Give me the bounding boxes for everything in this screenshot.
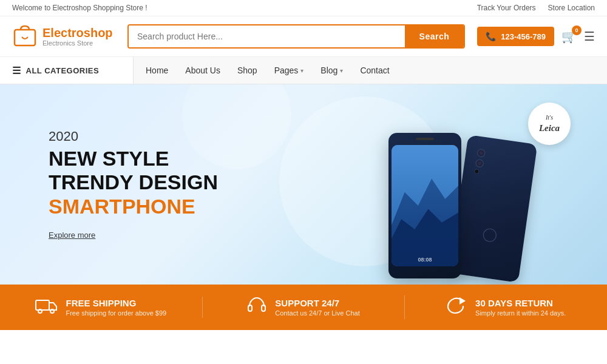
camera-module — [474, 148, 486, 175]
search-bar: Search — [127, 24, 465, 49]
free-shipping-text: FREE SHIPPING Free shipping for order ab… — [66, 298, 166, 317]
cart-badge: 0 — [572, 25, 582, 35]
phone-front: 08:08 — [388, 133, 461, 278]
truck-icon — [35, 297, 57, 318]
leica-its: It's — [546, 113, 553, 122]
hero-phones: 08:08 — [364, 90, 534, 285]
menu-button[interactable]: ☰ — [584, 29, 595, 44]
nav-blog[interactable]: Blog ▾ — [320, 57, 343, 84]
top-bar-right: Track Your Orders Store Location — [477, 4, 595, 12]
svg-rect-0 — [15, 30, 35, 46]
feature-support: SUPPORT 24/7 Contact us 24/7 or Live Cha… — [203, 295, 405, 319]
pages-dropdown-arrow: ▾ — [300, 67, 304, 74]
logo-text: Electroshop Electronics Store — [42, 26, 113, 47]
phone-icon: 📞 — [486, 32, 496, 41]
phone-number: 123-456-789 — [501, 32, 546, 41]
hamburger-icon: ☰ — [12, 65, 21, 76]
phone-mountains-svg — [392, 145, 458, 266]
camera-lens-2 — [475, 158, 484, 168]
header: Electroshop Electronics Store Search 📞 1… — [0, 16, 607, 57]
nav-bar: ☰ ALL CATEGORIES Home About Us Shop Page… — [0, 57, 607, 84]
nav-home[interactable]: Home — [146, 57, 168, 84]
phone-time: 08:08 — [418, 257, 432, 263]
header-right: 📞 123-456-789 🛒 0 ☰ — [477, 27, 595, 46]
cart-button[interactable]: 🛒 0 — [561, 29, 577, 44]
svg-rect-4 — [36, 300, 49, 310]
logo-icon — [12, 24, 38, 49]
return-title: 30 DAYS RETURN — [475, 298, 566, 308]
track-orders-link[interactable]: Track Your Orders — [477, 4, 536, 12]
nav-pages[interactable]: Pages ▾ — [274, 57, 304, 84]
support-title: SUPPORT 24/7 — [275, 298, 359, 308]
return-text: 30 DAYS RETURN Simply return it within 2… — [475, 298, 566, 317]
fingerprint-sensor — [482, 228, 497, 243]
leica-name: Leica — [539, 122, 560, 135]
headphones-icon — [247, 295, 266, 319]
camera-lens-3 — [474, 169, 480, 174]
svg-point-6 — [50, 309, 54, 313]
explore-more-link[interactable]: Explore more — [49, 231, 95, 240]
return-desc: Simply return it within 24 days. — [475, 309, 566, 317]
blog-dropdown-arrow: ▾ — [340, 67, 343, 74]
nav-shop[interactable]: Shop — [237, 57, 257, 84]
all-categories[interactable]: ☰ ALL CATEGORIES — [0, 57, 134, 84]
svg-point-5 — [38, 309, 42, 313]
phone-screen — [392, 145, 458, 266]
return-icon — [446, 296, 467, 318]
logo[interactable]: Electroshop Electronics Store — [12, 24, 115, 49]
top-bar: Welcome to Electroshop Shopping Store ! … — [0, 0, 607, 16]
camera-lens-1 — [476, 148, 486, 158]
nav-links: Home About Us Shop Pages ▾ Blog ▾ Contac… — [134, 57, 402, 84]
logo-sub: Electronics Store — [42, 39, 113, 47]
hero-banner: 2020 NEW STYLE TRENDY DESIGN SMARTPHONE … — [0, 84, 607, 285]
search-input[interactable] — [129, 25, 405, 47]
nav-contact[interactable]: Contact — [360, 57, 389, 84]
logo-name: Electroshop — [42, 26, 113, 39]
free-shipping-desc: Free shipping for order above $99 — [66, 309, 166, 317]
feature-return: 30 DAYS RETURN Simply return it within 2… — [405, 296, 607, 318]
feature-bar: FREE SHIPPING Free shipping for order ab… — [0, 285, 607, 330]
leica-badge: It's Leica — [528, 103, 571, 145]
phone-button[interactable]: 📞 123-456-789 — [477, 27, 554, 46]
support-text: SUPPORT 24/7 Contact us 24/7 or Live Cha… — [275, 298, 359, 317]
free-shipping-title: FREE SHIPPING — [66, 298, 166, 308]
feature-free-shipping: FREE SHIPPING Free shipping for order ab… — [0, 297, 203, 318]
all-categories-label: ALL CATEGORIES — [26, 66, 100, 75]
search-button[interactable]: Search — [405, 25, 464, 47]
svg-marker-9 — [459, 297, 466, 305]
store-location-link[interactable]: Store Location — [548, 4, 595, 12]
welcome-text: Welcome to Electroshop Shopping Store ! — [12, 4, 148, 12]
nav-about[interactable]: About Us — [185, 57, 220, 84]
support-desc: Contact us 24/7 or Live Chat — [275, 309, 359, 317]
